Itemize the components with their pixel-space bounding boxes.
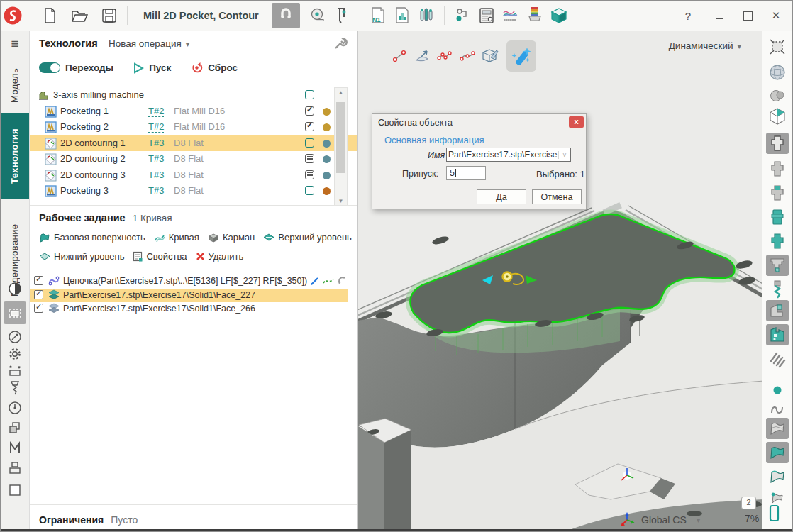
new-file-button[interactable]	[38, 4, 62, 28]
compass-icon[interactable]	[6, 328, 23, 345]
tool-number[interactable]: T#3	[148, 185, 164, 196]
pocket-button[interactable]: Карман	[208, 232, 255, 243]
ok-button[interactable]: Да	[477, 189, 526, 204]
tab-simulation[interactable]: Моделирование	[1, 205, 29, 316]
tree-scrollbar[interactable]: ▲ ▼	[334, 87, 348, 206]
flag-mixed-button[interactable]	[766, 466, 789, 487]
job-item-chain[interactable]: Цепочка(Part\Exercise17.stp\..\E[5136] L…	[29, 275, 357, 289]
stock-frame-button[interactable]	[769, 504, 780, 526]
operation-checkbox[interactable]	[305, 122, 314, 131]
top-level-button[interactable]: Верхний уровень	[263, 232, 352, 243]
save-button[interactable]	[97, 4, 121, 28]
blank-square-icon[interactable]	[6, 482, 23, 499]
model-view-button[interactable]	[766, 84, 789, 106]
scroll-down-icon[interactable]: ▼	[335, 198, 347, 204]
tree-row-operation[interactable]: 2D contouring 2 T#3 D8 Flat	[29, 151, 357, 167]
tool-holder-button[interactable]	[523, 4, 547, 28]
operation-checkbox[interactable]	[305, 138, 314, 148]
new-operation-button[interactable]: Новая операция▾	[109, 38, 189, 49]
show-fixture-button[interactable]	[766, 158, 789, 179]
tree-row-operation[interactable]: Pocketing 2 T#2 Flat Mill D16	[29, 119, 357, 135]
scrollbar-thumb[interactable]	[336, 102, 345, 173]
press-machine-icon[interactable]	[6, 459, 23, 476]
scene-3d-model[interactable]	[357, 31, 764, 532]
tree-row-operation[interactable]: Pocketing 3 T#3 D8 Flat	[29, 183, 357, 199]
minimize-button[interactable]	[707, 5, 731, 26]
snap-magnet-button[interactable]	[272, 3, 300, 28]
segment-tool-button[interactable]	[390, 47, 409, 65]
tool-number[interactable]: T#3	[148, 170, 164, 180]
close-button[interactable]: ✕	[764, 5, 788, 26]
measure-tape-button[interactable]	[306, 4, 330, 28]
properties-button[interactable]: Свойства	[133, 251, 187, 262]
scroll-up-icon[interactable]: ▲	[335, 89, 347, 96]
chevron-down-icon[interactable]: ˅	[558, 151, 570, 159]
allowance-input[interactable]: 5	[446, 166, 486, 180]
name-combo[interactable]: Part\Exercise17.stp\Exercise17\Soli ˅	[446, 148, 571, 162]
coordinate-system-selector[interactable]: Global CS ▾	[620, 511, 700, 528]
help-button[interactable]: ?	[676, 5, 700, 26]
caliper-button[interactable]	[330, 4, 354, 28]
nc-program-button[interactable]: N1	[366, 4, 390, 28]
tool-number[interactable]: T#2	[148, 121, 164, 133]
cancel-button[interactable]: Отмена	[532, 189, 582, 204]
object-properties-dialog[interactable]: Свойства объекта x Основная информация И…	[372, 113, 587, 209]
show-holder-button[interactable]	[766, 255, 789, 276]
tab-technology[interactable]: Технология	[1, 113, 29, 199]
show-workpiece-button[interactable]	[766, 133, 789, 154]
job-item-face[interactable]: Part\Exercise17.stp\Exercise17\Solid1\Fa…	[29, 302, 357, 316]
operation-checkbox[interactable]	[305, 154, 314, 163]
machine-checkbox[interactable]	[305, 90, 314, 99]
tool-number[interactable]: T#3	[148, 138, 164, 148]
tooling-button[interactable]	[414, 4, 438, 28]
maximize-button[interactable]	[736, 5, 760, 26]
magic-wand-button[interactable]	[506, 40, 536, 72]
spline-tool-button[interactable]	[458, 47, 477, 65]
undo-icon[interactable]	[336, 275, 347, 286]
graphs-button[interactable]	[499, 4, 523, 28]
contrast-view-icon[interactable]	[6, 280, 23, 297]
item-checkbox[interactable]	[34, 290, 43, 299]
delete-button[interactable]: Удалить	[196, 251, 244, 262]
pick-surface-button[interactable]	[413, 47, 431, 65]
show-scallops-button[interactable]	[766, 348, 789, 370]
curve-button[interactable]: Кривая	[154, 232, 199, 243]
show-part-button[interactable]	[766, 231, 789, 252]
dialog-section-link[interactable]: Основная информация	[384, 135, 484, 145]
tree-row-operation-selected[interactable]: 2D contouring 1 T#3 D8 Flat	[29, 135, 357, 152]
curve-display-button[interactable]	[766, 398, 789, 419]
reset-button[interactable]: Сброс	[191, 62, 238, 74]
simulation-button[interactable]	[547, 4, 571, 28]
menu-hamburger-icon[interactable]: ≡	[9, 39, 21, 49]
tree-row-operation[interactable]: 2D contouring 3 T#3 D8 Flat	[29, 167, 357, 184]
show-machine-button[interactable]	[766, 324, 789, 345]
toggle-on-icon[interactable]	[39, 62, 60, 73]
view-mode-dropdown[interactable]: Динамический▾	[669, 40, 741, 51]
tool-number[interactable]: T#2	[148, 106, 164, 117]
base-surface-button[interactable]: Базовая поверхность	[39, 232, 145, 243]
copies-layers-icon[interactable]	[6, 419, 23, 436]
tool-number[interactable]: T#3	[148, 153, 164, 164]
workpiece-select-icon[interactable]	[4, 301, 26, 324]
settings-gear-icon[interactable]	[6, 345, 23, 362]
show-result-button[interactable]	[766, 206, 789, 228]
flag-wireframe-button[interactable]	[766, 418, 789, 439]
dialog-close-button[interactable]: x	[569, 116, 584, 128]
item-checkbox[interactable]	[34, 276, 43, 285]
sketch-on-solid-button[interactable]	[481, 47, 499, 65]
tab-model[interactable]: Модель	[1, 62, 29, 109]
fit-view-button[interactable]	[766, 36, 789, 57]
operation-checkbox[interactable]	[305, 186, 314, 195]
job-item-face-selected[interactable]: Part\Exercise17.stp\Exercise17\Solid1\Fa…	[29, 289, 348, 303]
operation-checkbox[interactable]	[305, 170, 314, 179]
item-checkbox[interactable]	[34, 304, 43, 313]
run-button[interactable]: Пуск	[133, 62, 171, 74]
tree-row-operation[interactable]: Pocketing 1 T#2 Flat Mill D16	[29, 104, 357, 120]
show-tool-button[interactable]	[766, 279, 789, 300]
gauge-icon[interactable]	[6, 399, 23, 416]
macro-m-icon[interactable]	[6, 439, 23, 456]
polyline-tool-button[interactable]	[436, 47, 454, 65]
stock-transform-icon[interactable]	[6, 362, 23, 379]
process-graph-button[interactable]	[450, 4, 475, 28]
shaded-view-button[interactable]	[766, 62, 789, 83]
